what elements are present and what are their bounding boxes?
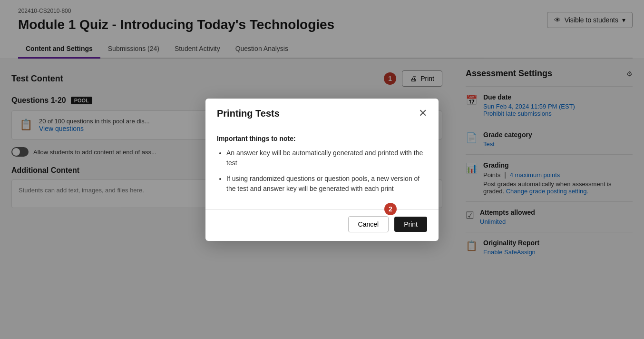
printing-tests-modal: Printing Tests ✕ Important things to not… [205, 99, 439, 241]
modal-list: An answer key will be automatically gene… [217, 148, 427, 194]
modal-bullet-1: An answer key will be automatically gene… [226, 148, 427, 168]
modal-close-button[interactable]: ✕ [419, 108, 427, 119]
modal-overlay: Printing Tests ✕ Important things to not… [0, 0, 644, 339]
modal-title: Printing Tests [217, 108, 280, 119]
modal-note-label: Important things to note: [217, 135, 427, 142]
modal-bullet-2: If using randomized questions or questio… [226, 174, 427, 194]
modal-footer: 2 Cancel Print [205, 209, 439, 241]
step-2-badge: 2 [384, 203, 397, 215]
modal-body: Important things to note: An answer key … [205, 125, 439, 209]
modal-header: Printing Tests ✕ [205, 99, 439, 125]
modal-print-button[interactable]: Print [394, 217, 427, 232]
modal-cancel-button[interactable]: Cancel [348, 216, 389, 232]
